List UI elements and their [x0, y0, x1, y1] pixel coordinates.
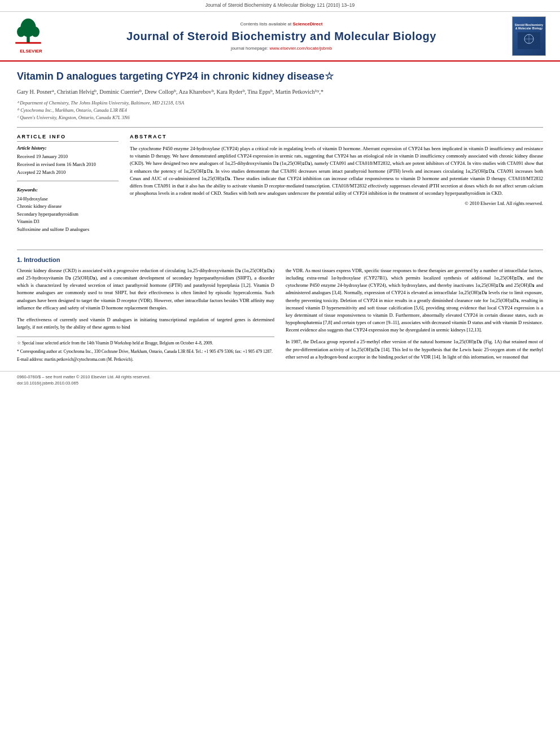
affil-a: ᵃ Department of Chemistry, The Johns Hop…: [17, 99, 543, 107]
footnote-section: ☆ Special issue selected article from th…: [17, 337, 274, 362]
footnote-email: E-mail address: martin.petkovich@cytochr…: [17, 356, 274, 362]
homepage-link[interactable]: www.elsevier.com/locate/jsbmb: [269, 46, 332, 51]
journal-main-title: Journal of Steroid Biochemistry and Mole…: [56, 28, 506, 44]
keyword-2: Chronic kidney disease: [17, 203, 119, 211]
sciencedirect-line: Contents lists available at ScienceDirec…: [56, 21, 506, 27]
svg-point-2: [17, 27, 25, 37]
intro-para-1: Chronic kidney disease (CKD) is associat…: [17, 267, 274, 312]
body-right: the VDR. As most tissues express VDR, sp…: [286, 267, 543, 365]
top-bar: Journal of Steroid Biochemistry & Molecu…: [0, 0, 560, 12]
svg-rect-4: [15, 42, 41, 44]
keyword-3: Secondary hyperparathyroidism: [17, 211, 119, 219]
revised-date: Received in revised form 16 March 2010: [17, 161, 119, 168]
page-wrapper: Journal of Steroid Biochemistry & Molecu…: [0, 0, 560, 747]
journal-cover-image: Steroid Biochemistry & Molecular Biology: [512, 16, 549, 56]
svg-point-3: [31, 27, 40, 37]
keyword-5: Sulfoximine and sulfone D analogues: [17, 226, 119, 234]
keywords-label: Keywords:: [17, 187, 119, 194]
sciencedirect-link[interactable]: ScienceDirect: [293, 21, 323, 27]
bottom-bar: 0960-0760/$ – see front matter © 2010 El…: [0, 371, 560, 389]
article-content: Vitamin D analogues targeting CYP24 in c…: [0, 62, 560, 239]
article-info-abstract: ARTICLE INFO Article history: Received 1…: [17, 133, 543, 234]
issn-line: 0960-0760/$ – see front matter © 2010 El…: [17, 374, 151, 379]
intro-para-2: The effectiveness of currently used vita…: [17, 316, 274, 331]
abstract-col: ABSTRACT The cytochrome P450 enzyme 24-h…: [130, 133, 543, 234]
footnote-star: ☆ Special issue selected article from th…: [17, 340, 274, 346]
body-two-col: Chronic kidney disease (CKD) is associat…: [17, 267, 543, 365]
cover-box: Steroid Biochemistry & Molecular Biology: [512, 16, 546, 56]
footnote-corresponding: * Corresponding author at: Cytochroma In…: [17, 348, 274, 355]
elsevier-label: ELSEVIER: [11, 48, 51, 54]
intro-para-4: In 1987, the DeLuca group reported a 25-…: [286, 338, 543, 361]
body-left: Chronic kidney disease (CKD) is associat…: [17, 267, 274, 365]
journal-homepage: journal homepage: www.elsevier.com/locat…: [56, 45, 506, 51]
abstract-header: ABSTRACT: [130, 133, 543, 142]
history-label: Article history:: [17, 145, 119, 152]
affil-c: ᶜ Queen's University, Kingston, Ontario,…: [17, 114, 543, 121]
article-info-header: ARTICLE INFO: [17, 133, 119, 142]
body-divider: [17, 250, 543, 250]
article-info-col: ARTICLE INFO Article history: Received 1…: [17, 133, 119, 234]
divider: [17, 127, 543, 128]
accepted-date: Accepted 22 March 2010: [17, 169, 119, 176]
keywords-section: Keywords: 24-Hydroxylase Chronic kidney …: [17, 187, 119, 234]
intro-title: 1. Introduction: [17, 256, 543, 264]
journal-citation: Journal of Steroid Biochemistry & Molecu…: [205, 2, 355, 8]
copyright: © 2010 Elsevier Ltd. All rights reserved…: [130, 200, 543, 207]
affil-b: ᵇ Cytochroma Inc., Markham, Ontario, Can…: [17, 107, 543, 114]
elsevier-logo: ELSEVIER: [11, 18, 51, 54]
journal-title-block: Contents lists available at ScienceDirec…: [51, 21, 512, 51]
cover-title: Steroid Biochemistry & Molecular Biology: [514, 23, 544, 30]
affiliations: ᵃ Department of Chemistry, The Johns Hop…: [17, 99, 543, 121]
divider-2: [17, 181, 119, 181]
journal-header: ELSEVIER Contents lists available at Sci…: [0, 12, 560, 62]
doi-line: doi:10.1016/j.jsbmb.2010.03.065: [17, 381, 78, 386]
article-body: 1. Introduction Chronic kidney disease (…: [0, 239, 560, 371]
authors: Gary H. Posnerᵃ, Christian Helvigᵇ, Domi…: [17, 88, 543, 96]
keyword-4: Vitamin D3: [17, 218, 119, 226]
received-date: Received 19 January 2010: [17, 154, 119, 160]
keyword-1: 24-Hydroxylase: [17, 195, 119, 203]
article-title: Vitamin D analogues targeting CYP24 in c…: [17, 70, 543, 83]
abstract-text: The cytochrome P450 enzyme 24-hydroxylas…: [130, 145, 543, 197]
intro-para-3: the VDR. As most tissues express VDR, sp…: [286, 267, 543, 334]
